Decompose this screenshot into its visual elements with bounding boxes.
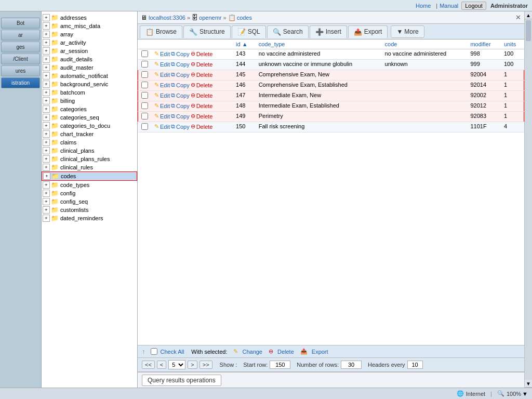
edit-link[interactable]: Edit bbox=[160, 82, 170, 88]
expand-icon[interactable]: + bbox=[43, 172, 50, 180]
next-page-button[interactable]: > bbox=[188, 361, 197, 369]
tree-item-clinical_plans[interactable]: + 📁 clinical_plans bbox=[42, 147, 137, 155]
tree-item-array[interactable]: + 📁 array bbox=[42, 30, 137, 38]
row-checkbox[interactable] bbox=[141, 113, 148, 119]
row-checkbox[interactable] bbox=[141, 61, 148, 68]
expand-icon[interactable]: + bbox=[43, 97, 50, 104]
sidebar-btn-2[interactable]: ges bbox=[1, 42, 40, 52]
expand-icon[interactable]: + bbox=[43, 206, 50, 214]
expand-icon[interactable]: + bbox=[43, 105, 50, 113]
tab-browse[interactable]: 📋Browse bbox=[140, 25, 182, 38]
expand-icon[interactable]: + bbox=[43, 14, 50, 21]
expand-icon[interactable]: + bbox=[43, 39, 50, 46]
expand-icon[interactable]: + bbox=[43, 56, 50, 63]
expand-icon[interactable]: + bbox=[43, 164, 50, 171]
tree-item-background_servic[interactable]: + 📁 background_servic bbox=[42, 80, 137, 88]
change-link[interactable]: Change bbox=[242, 349, 262, 355]
tree-item-audit_details[interactable]: + 📁 audit_details bbox=[42, 55, 137, 63]
expand-icon[interactable]: + bbox=[43, 89, 50, 96]
logout-button[interactable]: Logout bbox=[461, 2, 486, 10]
tab-insert[interactable]: ➕Insert bbox=[310, 25, 347, 38]
expand-icon[interactable]: + bbox=[43, 181, 50, 189]
expand-icon[interactable]: + bbox=[43, 215, 50, 222]
tree-item-amc_misc_data[interactable]: + 📁 amc_misc_data bbox=[42, 22, 137, 30]
tree-item-batchcom[interactable]: + 📁 batchcom bbox=[42, 88, 137, 97]
zoom-dropdown-icon[interactable]: ▼ bbox=[522, 391, 528, 397]
right-scrollbar[interactable]: ▲ ▼ bbox=[524, 11, 532, 388]
expand-icon[interactable]: + bbox=[43, 147, 50, 154]
export-link[interactable]: Export bbox=[312, 349, 328, 355]
start-row-input[interactable]: 150 bbox=[270, 361, 290, 369]
th-units[interactable]: units bbox=[501, 39, 524, 49]
expand-icon[interactable]: + bbox=[43, 22, 50, 30]
tree-item-addresses[interactable]: + 📁 addresses bbox=[42, 14, 137, 22]
row-checkbox[interactable] bbox=[141, 82, 148, 88]
edit-link[interactable]: Edit bbox=[160, 124, 170, 130]
home-link[interactable]: Home bbox=[416, 3, 431, 9]
tree-item-categories_seq[interactable]: + 📁 categories_seq bbox=[42, 113, 137, 122]
headers-input[interactable]: 10 bbox=[407, 361, 423, 369]
first-page-button[interactable]: << bbox=[142, 361, 155, 369]
scroll-thumb[interactable] bbox=[526, 20, 531, 41]
manual-link[interactable]: Manual bbox=[440, 3, 458, 9]
expand-icon[interactable]: + bbox=[43, 72, 50, 79]
edit-link[interactable]: Edit bbox=[160, 61, 170, 68]
row-checkbox[interactable] bbox=[141, 50, 148, 57]
sidebar-btn-0[interactable]: Bot bbox=[1, 18, 40, 29]
copy-link[interactable]: Copy bbox=[176, 51, 190, 57]
expand-icon[interactable]: + bbox=[43, 122, 50, 129]
delete-link[interactable]: Delete bbox=[196, 82, 213, 88]
tree-item-categories_to_docu[interactable]: + 📁 categories_to_docu bbox=[42, 122, 137, 130]
expand-icon[interactable]: + bbox=[43, 198, 50, 205]
tab-export[interactable]: 📤Export bbox=[348, 25, 388, 38]
tree-item-code_types[interactable]: + 📁 code_types bbox=[42, 181, 137, 189]
check-all-link[interactable]: Check All bbox=[161, 349, 184, 355]
tab-structure[interactable]: 🔧Structure bbox=[183, 25, 231, 38]
th-code-type[interactable]: code_type bbox=[256, 39, 382, 49]
scroll-down-arrow[interactable]: ▼ bbox=[525, 380, 532, 388]
table-area[interactable]: id ▲ code_type code modifier units ✎ Edi… bbox=[138, 39, 524, 345]
delete-link[interactable]: Delete bbox=[277, 349, 294, 355]
copy-link[interactable]: Copy bbox=[176, 113, 190, 119]
tree-item-dated_reminders[interactable]: + 📁 dated_reminders bbox=[42, 214, 137, 222]
edit-link[interactable]: Edit bbox=[160, 103, 170, 109]
delete-link[interactable]: Delete bbox=[196, 72, 213, 78]
copy-link[interactable]: Copy bbox=[176, 124, 190, 130]
expand-icon[interactable]: + bbox=[43, 31, 50, 38]
copy-link[interactable]: Copy bbox=[176, 72, 190, 78]
sidebar-btn-5[interactable]: istration bbox=[1, 77, 40, 88]
tree-item-customlists[interactable]: + 📁 customlists bbox=[42, 206, 137, 214]
edit-link[interactable]: Edit bbox=[160, 92, 170, 99]
expand-icon[interactable]: + bbox=[43, 81, 50, 88]
tab-search[interactable]: 🔍Search bbox=[267, 25, 309, 38]
tree-item-chart_tracker[interactable]: + 📁 chart_tracker bbox=[42, 130, 137, 138]
sidebar-btn-1[interactable]: ar bbox=[1, 30, 40, 41]
expand-icon[interactable]: + bbox=[43, 130, 50, 138]
row-checkbox[interactable] bbox=[141, 92, 148, 99]
copy-link[interactable]: Copy bbox=[176, 82, 190, 88]
th-id[interactable]: id ▲ bbox=[233, 39, 256, 49]
tree-item-clinical_plans_rules[interactable]: + 📁 clinical_plans_rules bbox=[42, 155, 137, 163]
tree-item-config_seq[interactable]: + 📁 config_seq bbox=[42, 197, 137, 206]
tree-scroll[interactable]: + 📁 addresses + 📁 amc_misc_data + 📁 arra… bbox=[42, 11, 137, 388]
expand-icon[interactable]: + bbox=[43, 190, 50, 197]
copy-link[interactable]: Copy bbox=[176, 61, 190, 68]
tree-item-audit_master[interactable]: + 📁 audit_master bbox=[42, 63, 137, 72]
prev-page-button[interactable]: < bbox=[157, 361, 166, 369]
sidebar-btn-4[interactable]: ures bbox=[1, 65, 40, 76]
tree-item-categories[interactable]: + 📁 categories bbox=[42, 105, 137, 113]
expand-icon[interactable]: + bbox=[43, 139, 50, 146]
expand-icon[interactable]: + bbox=[43, 64, 50, 71]
tree-item-billing[interactable]: + 📁 billing bbox=[42, 97, 137, 105]
tab-more[interactable]: ▼More bbox=[391, 25, 424, 38]
row-checkbox[interactable] bbox=[141, 102, 148, 109]
edit-link[interactable]: Edit bbox=[160, 72, 170, 78]
expand-icon[interactable]: + bbox=[43, 114, 50, 121]
copy-link[interactable]: Copy bbox=[176, 103, 190, 109]
check-all-checkbox[interactable] bbox=[151, 348, 157, 355]
tree-item-clinical_rules[interactable]: + 📁 clinical_rules bbox=[42, 163, 137, 171]
row-checkbox[interactable] bbox=[141, 123, 148, 130]
expand-icon[interactable]: + bbox=[43, 47, 50, 55]
num-rows-input[interactable]: 30 bbox=[341, 361, 362, 369]
tree-item-ar_session[interactable]: + 📁 ar_session bbox=[42, 47, 137, 55]
